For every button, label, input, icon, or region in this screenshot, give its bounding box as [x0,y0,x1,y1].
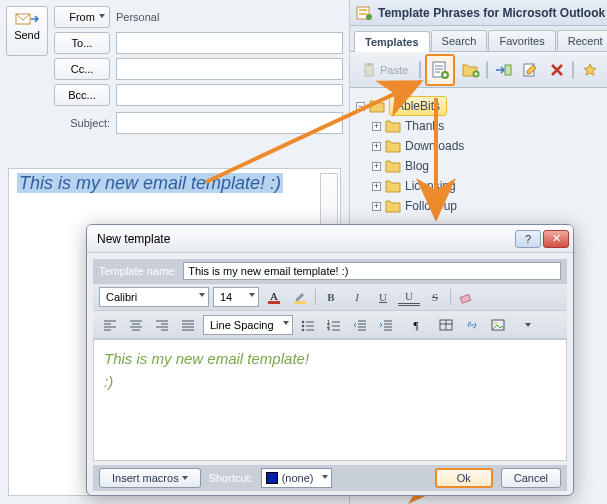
folder-icon [385,199,401,213]
link-icon [465,319,479,331]
line-spacing-combo[interactable]: Line Spacing [203,315,293,335]
tab-recent[interactable]: Recent [557,30,607,51]
highlight-color-button[interactable] [289,287,311,307]
double-underline-button[interactable]: U [398,289,420,306]
font-size-combo[interactable]: 14 [213,287,259,307]
send-label: Send [14,29,40,41]
folder-icon [385,139,401,153]
strikethrough-button[interactable]: S [424,287,446,307]
align-center-button[interactable] [125,315,147,335]
to-button[interactable]: To... [54,32,110,54]
svg-text:A: A [270,290,278,302]
star-icon [583,63,597,77]
import-button[interactable] [492,58,515,82]
new-template-button[interactable] [425,54,455,86]
svg-rect-2 [359,9,367,11]
svg-text:3: 3 [327,327,330,331]
folder-icon [385,179,401,193]
subject-field[interactable] [116,112,343,134]
expand-icon[interactable]: + [372,162,381,171]
to-field[interactable] [116,32,343,54]
from-account-label: Personal [116,6,343,28]
svg-point-19 [302,320,305,323]
numbering-button[interactable]: 123 [323,315,345,335]
font-color-icon: A [267,290,281,304]
separator [486,61,488,79]
insert-link-button[interactable] [461,315,483,335]
shortcut-combo[interactable]: (none) [261,468,333,488]
italic-button[interactable]: I [346,287,368,307]
align-left-button[interactable] [99,315,121,335]
table-icon [439,319,453,331]
tree-item-blog[interactable]: + Blog [356,156,601,176]
align-justify-icon [181,319,195,331]
editor-text: This is my new email template!:) [104,348,556,393]
font-color-button[interactable]: A [263,287,285,307]
template-tree[interactable]: − AbleBits + Thanks + Downloads + Blog +… [350,88,607,224]
bcc-field[interactable] [116,84,343,106]
cc-button[interactable]: Cc... [54,58,110,80]
expand-icon[interactable]: + [372,202,381,211]
color-swatch-icon [266,472,278,484]
tab-favorites[interactable]: Favorites [488,30,555,51]
delete-button[interactable] [546,58,569,82]
tree-item-followup[interactable]: + Follow-up [356,196,601,216]
pilcrow-icon: ¶ [414,319,419,331]
ok-button[interactable]: Ok [435,468,493,488]
help-button[interactable]: ? [515,230,541,248]
chevron-down-icon [525,323,531,327]
cancel-button[interactable]: Cancel [501,468,561,488]
insert-table-button[interactable] [435,315,457,335]
underline-button[interactable]: U [372,287,394,307]
template-editor[interactable]: This is my new email template!:) [93,339,567,461]
expand-icon[interactable]: + [372,122,381,131]
close-button[interactable]: ✕ [543,230,569,248]
tree-item-thanks[interactable]: + Thanks [356,116,601,136]
paragraph-button[interactable]: ¶ [405,315,427,335]
font-name-combo[interactable]: Calibri [99,287,209,307]
svg-rect-10 [505,65,511,75]
insert-macros-button[interactable]: Insert macros [99,468,201,488]
tree-root[interactable]: − AbleBits [356,96,601,116]
tab-templates[interactable]: Templates [354,31,430,52]
bullets-button[interactable] [297,315,319,335]
import-icon [495,63,513,77]
panel-toolbar: Paste [350,52,607,88]
bcc-button[interactable]: Bcc... [54,84,110,106]
align-justify-button[interactable] [177,315,199,335]
close-icon: ✕ [552,232,561,245]
send-button[interactable]: Send [6,6,48,56]
cc-field[interactable] [116,58,343,80]
insert-image-button[interactable] [487,315,509,335]
template-name-label: Template name: [99,265,177,277]
clear-format-button[interactable] [455,287,477,307]
edit-button[interactable] [519,58,542,82]
image-icon [491,319,505,331]
mail-send-icon [15,11,39,27]
bold-button[interactable]: B [320,287,342,307]
from-button[interactable]: From [54,6,110,28]
outdent-icon [353,319,367,331]
separator [450,289,451,305]
paste-button[interactable]: Paste [356,58,415,82]
expand-icon[interactable]: + [372,142,381,151]
tree-item-licensing[interactable]: + Licensing [356,176,601,196]
chevron-down-icon [182,476,188,480]
dialog-footer: Insert macros Shortcut: (none) Ok Cancel [93,465,567,491]
template-name-input[interactable] [183,262,561,280]
indent-button[interactable] [375,315,397,335]
favorite-button[interactable] [578,58,601,82]
expand-icon[interactable]: + [372,182,381,191]
panel-title: Template Phrases for Microsoft Outlook [350,0,607,26]
new-template-icon [430,60,450,80]
tab-search[interactable]: Search [431,30,488,51]
collapse-icon[interactable]: − [356,102,365,111]
align-center-icon [129,319,143,331]
align-right-button[interactable] [151,315,173,335]
new-folder-button[interactable] [459,58,482,82]
tree-item-downloads[interactable]: + Downloads [356,136,601,156]
folder-icon [385,119,401,133]
format-toolbar-2: Line Spacing 123 ¶ [93,311,567,339]
more-button[interactable] [517,315,539,335]
outdent-button[interactable] [349,315,371,335]
